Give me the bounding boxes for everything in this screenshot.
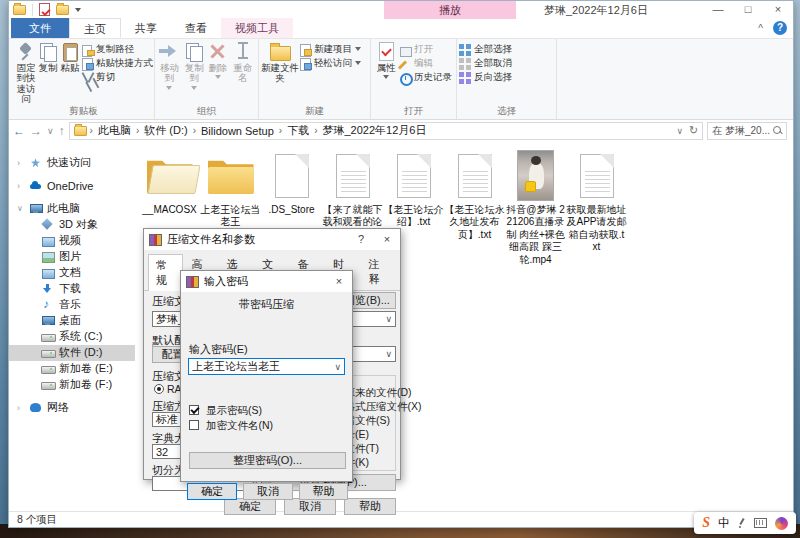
sidebar-item-network[interactable]: › 网络 [9, 400, 135, 416]
password-dialog-title: 输入密码 [204, 274, 321, 289]
copy-button[interactable]: 复制 [37, 40, 59, 73]
password-cancel-button[interactable]: 取消 [243, 483, 293, 500]
crumb-downloads[interactable]: 下载 [285, 123, 311, 138]
sidebar-item-pictures[interactable]: 图片 [9, 249, 135, 265]
item-count: 8 个项目 [17, 513, 57, 527]
file-item-folder[interactable]: 上老王论坛当老王 [200, 148, 261, 229]
rename-icon [232, 42, 254, 62]
dialog-help-button[interactable]: ? [348, 229, 374, 250]
tab-view[interactable]: 查看 [171, 18, 221, 38]
sidebar-item-onedrive[interactable]: › OneDrive [9, 178, 135, 194]
sidebar-item-documents[interactable]: 文档 [9, 265, 135, 281]
sidebar-item-music[interactable]: 音乐 [9, 297, 135, 313]
archive-dialog-titlebar: 压缩文件名和参数 ? × [144, 229, 400, 250]
sidebar-item-quick-access[interactable]: › 快速访问 [9, 155, 135, 171]
history-button[interactable]: 历史记录 [399, 71, 452, 84]
crumb-drive-d[interactable]: 软件 (D:) [142, 123, 189, 138]
tab-comment[interactable]: 注释 [361, 253, 396, 290]
invert-selection-button[interactable]: 反向选择 [459, 71, 512, 84]
tab-share[interactable]: 共享 [121, 18, 171, 38]
new-folder-icon[interactable] [56, 5, 69, 15]
paste-button[interactable]: 粘贴 [59, 40, 81, 73]
sidebar-item-drive-f[interactable]: 新加卷 (F:) [9, 377, 135, 393]
move-to-button[interactable]: 移动到 [157, 40, 182, 93]
copy-to-button[interactable]: 复制到 [182, 40, 207, 93]
select-none-button[interactable]: 全部取消 [459, 57, 512, 70]
tab-home[interactable]: 主页 [69, 18, 121, 38]
edit-button[interactable]: 编辑 [399, 57, 452, 70]
select-all-button[interactable]: 全部选择 [459, 43, 512, 56]
breadcrumb[interactable]: › 此电脑 › 软件 (D:) › Bilidown Setup › 下载 › … [69, 122, 704, 140]
ribbon: 固定到快速访问 复制 粘贴 复制路径 [9, 39, 793, 120]
sidebar-item-3d-objects[interactable]: 3D 对象 [9, 217, 135, 233]
copy-path-button[interactable]: 复制路径 [81, 43, 153, 56]
refresh-icon[interactable]: ↻ [689, 124, 698, 137]
crumb-current-folder[interactable]: 梦琳_2022年12月6日 [320, 123, 428, 138]
tab-video-tools[interactable]: 视频工具 [221, 18, 293, 38]
search-input[interactable]: 在 梦琳_20... [707, 122, 787, 140]
group-label-new: 新建 [261, 105, 368, 119]
pin-to-quick-access-button[interactable]: 固定到快速访问 [15, 40, 37, 105]
paste-shortcut-button[interactable]: 粘贴快捷方式 [81, 57, 153, 70]
password-dropdown-caret-icon[interactable]: ∨ [334, 362, 341, 372]
show-password-checkbox[interactable]: 显示密码(S) [189, 404, 262, 418]
close-button[interactable]: × [763, 1, 793, 19]
collapse-ribbon-icon[interactable]: ^ [758, 23, 763, 34]
cut-button[interactable]: 剪切 [81, 71, 153, 84]
ime-mode-chinese[interactable]: 中 [718, 515, 730, 532]
password-dialog-body: 带密码压缩 输入密码(E) 上老王论坛当老王 ∨ 显示密码(S) 加密文件名(N… [181, 292, 352, 481]
maximize-button[interactable]: □ [733, 1, 763, 19]
ime-keyboard-icon[interactable] [754, 518, 767, 528]
file-item-txt-3[interactable]: 【老王论坛永久地址发布页】.txt [444, 148, 505, 242]
properties-icon[interactable] [39, 3, 50, 16]
minimize-button[interactable]: — [703, 1, 733, 19]
password-ok-button[interactable]: 确定 [187, 483, 237, 500]
sogou-logo-icon[interactable]: S [702, 515, 710, 531]
crumb-bilidown[interactable]: Bilidown Setup [199, 125, 276, 137]
file-item-txt-2[interactable]: 【老王论坛介绍】.txt [383, 148, 444, 229]
document-icon [275, 154, 309, 198]
window-controls: — □ × [703, 1, 793, 19]
sidebar-item-downloads[interactable]: 下载 [9, 281, 135, 297]
rename-button[interactable]: 重命名 [229, 40, 256, 84]
organize-passwords-button[interactable]: 整理密码(O)... [189, 452, 346, 469]
up-button[interactable]: ↑ [59, 124, 65, 138]
qat-customize-caret-icon[interactable] [75, 8, 81, 15]
dialog-close-button[interactable]: × [374, 229, 400, 250]
forward-button[interactable]: → [30, 124, 42, 138]
sidebar-item-drive-e[interactable]: 新加卷 (E:) [9, 361, 135, 377]
file-item-dsstore[interactable]: .DS_Store [261, 148, 322, 217]
folder-icon[interactable] [13, 5, 26, 15]
delete-icon [207, 42, 229, 62]
password-help-button[interactable]: 帮助 [299, 483, 348, 500]
file-item-txt-4[interactable]: 获取最新地址及APP请发邮箱自动获取.txt [566, 148, 627, 254]
recent-locations-caret-icon[interactable]: ∨ [47, 126, 54, 136]
new-item-button[interactable]: 新建项目 [299, 43, 361, 56]
properties-button[interactable]: 属性 [373, 40, 399, 82]
ribbon-group-open: 属性 打开 编辑 历史记录 [371, 39, 457, 119]
sidebar-item-desktop[interactable]: 桌面 [9, 313, 135, 329]
file-item-video[interactable]: 抖音@梦琳 221206直播录制 肉丝+裸色细高跟 踩三轮.mp4 [505, 148, 566, 267]
tab-file[interactable]: 文件 [11, 18, 69, 38]
sidebar-item-drive-c[interactable]: 系统 (C:) [9, 329, 135, 345]
ime-toolbox-icon[interactable] [775, 517, 788, 530]
new-folder-button[interactable]: 新建文件夹 [261, 40, 299, 84]
easy-access-button[interactable]: 轻松访问 [299, 57, 361, 70]
sidebar-item-drive-d[interactable]: 软件 (D:) [9, 345, 135, 361]
back-button[interactable]: ← [13, 124, 25, 138]
password-input[interactable]: 上老王论坛当老王 ∨ [188, 358, 345, 375]
crumb-this-pc[interactable]: 此电脑 [96, 123, 133, 138]
encrypt-filenames-checkbox[interactable]: 加密文件名(N) [189, 419, 273, 433]
sidebar-item-this-pc[interactable]: ∨ 此电脑 [9, 201, 135, 217]
password-dialog-close-button[interactable]: × [326, 271, 352, 292]
open-button[interactable]: 打开 [399, 43, 452, 56]
ime-punctuation-icon[interactable] [738, 518, 746, 528]
desktop-icon [41, 314, 54, 327]
address-dropdown-caret-icon[interactable]: ∨ [676, 126, 683, 136]
file-item-macosx[interactable]: __MACOSX [139, 148, 200, 217]
tab-general[interactable]: 常规 [148, 254, 183, 291]
help-icon[interactable]: ? [773, 21, 787, 35]
delete-button[interactable]: 删除 [207, 40, 230, 82]
sidebar-item-videos[interactable]: 视频 [9, 233, 135, 249]
easy-access-icon [299, 58, 311, 70]
